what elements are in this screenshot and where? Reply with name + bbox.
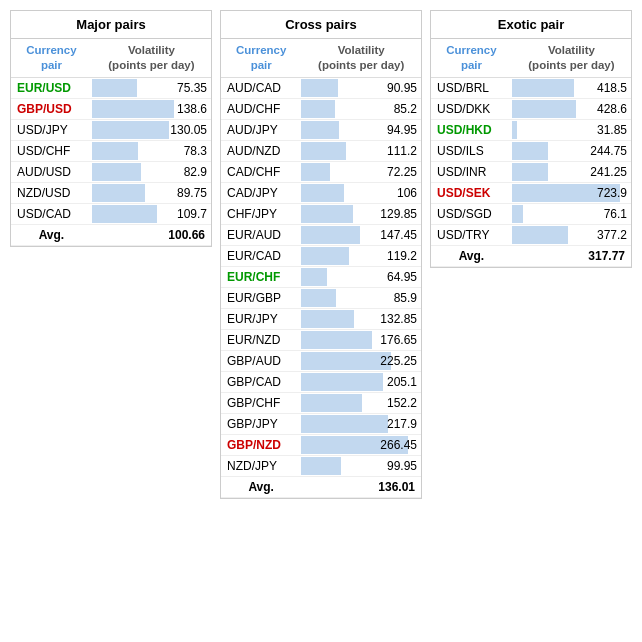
volatility-cell: 266.45 (301, 434, 421, 455)
table-row: USD/SEK723.9 (431, 182, 631, 203)
table-row: EUR/CHF64.95 (221, 266, 421, 287)
col1-header-1: Currencypair (221, 39, 301, 77)
pair-cell: USD/HKD (431, 119, 512, 140)
volatility-cell: 106 (301, 182, 421, 203)
table-row: NZD/USD89.75 (11, 182, 211, 203)
pair-cell: USD/DKK (431, 98, 512, 119)
table-row: USD/TRY377.2 (431, 224, 631, 245)
col1-header-2: Currencypair (431, 39, 512, 77)
table-title-0: Major pairs (11, 11, 211, 39)
volatility-cell: 75.35 (92, 77, 211, 98)
table-row: EUR/NZD176.65 (221, 329, 421, 350)
table-row: GBP/CAD205.1 (221, 371, 421, 392)
pair-cell: EUR/GBP (221, 287, 301, 308)
table-row: EUR/GBP85.9 (221, 287, 421, 308)
volatility-cell: 377.2 (512, 224, 631, 245)
volatility-cell: 138.6 (92, 98, 211, 119)
pair-cell: EUR/CHF (221, 266, 301, 287)
pair-cell: NZD/USD (11, 182, 92, 203)
volatility-cell: 176.65 (301, 329, 421, 350)
table-row: GBP/NZD266.45 (221, 434, 421, 455)
avg-row: Avg.100.66 (11, 224, 211, 245)
table-2: Exotic pairCurrencypairVolatility(points… (430, 10, 632, 268)
pair-cell: GBP/NZD (221, 434, 301, 455)
table-title-1: Cross pairs (221, 11, 421, 39)
col2-header-0: Volatility(points per day) (92, 39, 211, 77)
avg-label: Avg. (431, 245, 512, 266)
avg-label: Avg. (11, 224, 92, 245)
pair-cell: USD/SGD (431, 203, 512, 224)
table-row: NZD/JPY99.95 (221, 455, 421, 476)
pair-cell: CHF/JPY (221, 203, 301, 224)
table-row: AUD/CHF85.2 (221, 98, 421, 119)
table-row: CAD/CHF72.25 (221, 161, 421, 182)
volatility-cell: 129.85 (301, 203, 421, 224)
table-row: AUD/CAD90.95 (221, 77, 421, 98)
pair-cell: USD/BRL (431, 77, 512, 98)
table-row: EUR/CAD119.2 (221, 245, 421, 266)
col1-header-0: Currencypair (11, 39, 92, 77)
pair-cell: USD/JPY (11, 119, 92, 140)
pair-cell: USD/TRY (431, 224, 512, 245)
pair-cell: CAD/JPY (221, 182, 301, 203)
volatility-cell: 119.2 (301, 245, 421, 266)
pair-cell: EUR/USD (11, 77, 92, 98)
volatility-cell: 90.95 (301, 77, 421, 98)
avg-label: Avg. (221, 476, 301, 497)
table-1: Cross pairsCurrencypairVolatility(points… (220, 10, 422, 499)
table-row: USD/DKK428.6 (431, 98, 631, 119)
table-row: GBP/JPY217.9 (221, 413, 421, 434)
volatility-cell: 76.1 (512, 203, 631, 224)
volatility-cell: 72.25 (301, 161, 421, 182)
table-row: USD/SGD76.1 (431, 203, 631, 224)
volatility-cell: 109.7 (92, 203, 211, 224)
table-row: AUD/JPY94.95 (221, 119, 421, 140)
volatility-cell: 85.9 (301, 287, 421, 308)
volatility-cell: 723.9 (512, 182, 631, 203)
col2-header-2: Volatility(points per day) (512, 39, 631, 77)
pair-cell: EUR/AUD (221, 224, 301, 245)
table-row: CAD/JPY106 (221, 182, 421, 203)
volatility-cell: 132.85 (301, 308, 421, 329)
table-row: GBP/CHF152.2 (221, 392, 421, 413)
pair-cell: GBP/CHF (221, 392, 301, 413)
table-row: USD/HKD31.85 (431, 119, 631, 140)
avg-value: 136.01 (301, 476, 421, 497)
volatility-cell: 147.45 (301, 224, 421, 245)
volatility-cell: 99.95 (301, 455, 421, 476)
volatility-cell: 82.9 (92, 161, 211, 182)
volatility-cell: 244.75 (512, 140, 631, 161)
avg-value: 100.66 (92, 224, 211, 245)
volatility-cell: 64.95 (301, 266, 421, 287)
avg-row: Avg.136.01 (221, 476, 421, 497)
pair-cell: EUR/NZD (221, 329, 301, 350)
table-row: USD/ILS244.75 (431, 140, 631, 161)
pair-cell: NZD/JPY (221, 455, 301, 476)
table-row: USD/INR241.25 (431, 161, 631, 182)
volatility-cell: 152.2 (301, 392, 421, 413)
pair-cell: USD/INR (431, 161, 512, 182)
table-row: USD/JPY130.05 (11, 119, 211, 140)
avg-value: 317.77 (512, 245, 631, 266)
pair-cell: EUR/CAD (221, 245, 301, 266)
pair-cell: EUR/JPY (221, 308, 301, 329)
pair-cell: GBP/CAD (221, 371, 301, 392)
pair-cell: AUD/USD (11, 161, 92, 182)
pair-cell: GBP/JPY (221, 413, 301, 434)
volatility-cell: 31.85 (512, 119, 631, 140)
pair-cell: AUD/NZD (221, 140, 301, 161)
col2-header-1: Volatility(points per day) (301, 39, 421, 77)
volatility-cell: 130.05 (92, 119, 211, 140)
table-row: GBP/AUD225.25 (221, 350, 421, 371)
table-row: AUD/NZD111.2 (221, 140, 421, 161)
table-title-2: Exotic pair (431, 11, 631, 39)
pair-cell: AUD/CAD (221, 77, 301, 98)
tables-container: Major pairsCurrencypairVolatility(points… (10, 10, 632, 499)
table-row: EUR/USD75.35 (11, 77, 211, 98)
table-row: GBP/USD138.6 (11, 98, 211, 119)
table-row: AUD/USD82.9 (11, 161, 211, 182)
volatility-cell: 85.2 (301, 98, 421, 119)
volatility-cell: 225.25 (301, 350, 421, 371)
pair-cell: USD/ILS (431, 140, 512, 161)
table-row: EUR/JPY132.85 (221, 308, 421, 329)
